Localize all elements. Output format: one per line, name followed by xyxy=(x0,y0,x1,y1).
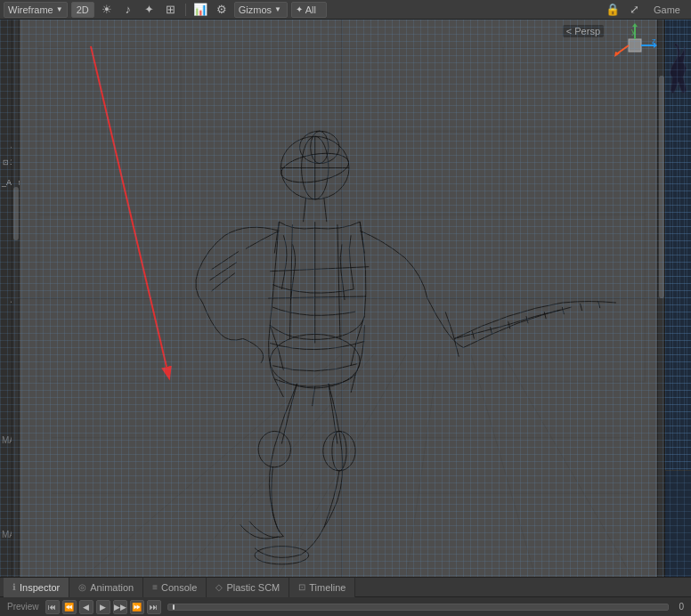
timeline-icon: ⊡ xyxy=(298,582,305,592)
preview-label: Preview xyxy=(4,602,43,612)
wireframe-label: Wireframe xyxy=(8,4,53,15)
game-view-bottom xyxy=(665,470,691,577)
lighting-icon-btn[interactable]: ☀ xyxy=(98,2,116,18)
maximize-icon-btn[interactable]: ⤢ xyxy=(625,2,643,18)
main-area: ▼ ▲ ⊡ 11 _Anim MA MA xyxy=(0,20,691,577)
tab-console[interactable]: ≡ Console xyxy=(143,578,207,597)
inspector-icon: ℹ xyxy=(12,582,16,592)
game-label: Game xyxy=(646,4,687,15)
all-dropdown[interactable]: ✦ All xyxy=(291,2,327,18)
animation-icon: ◎ xyxy=(78,582,86,592)
right-game-panel xyxy=(664,20,691,577)
tab-timeline[interactable]: ⊡ Timeline xyxy=(289,578,355,597)
scene-icon-btn[interactable]: ⊞ xyxy=(162,2,180,18)
step-forward-button[interactable]: ⏩ xyxy=(130,600,144,614)
playback-bar: Preview ⏮ ⏪ ◀ ▶ ▶▶ ⏩ ⏭ 0 xyxy=(0,596,691,616)
plastic-scm-icon: ◇ xyxy=(215,582,223,592)
wireframe-dropdown[interactable]: Wireframe ▼ xyxy=(4,2,68,18)
2d-button[interactable]: 2D xyxy=(71,2,94,18)
timeline-track[interactable] xyxy=(167,604,670,611)
star-icon: ✦ xyxy=(296,4,303,14)
tab-plastic-scm[interactable]: ◇ Plastic SCM xyxy=(207,578,289,597)
time-display: 0 xyxy=(675,602,687,612)
lock-icon-btn[interactable]: 🔒 xyxy=(604,2,622,18)
divider-1 xyxy=(185,4,186,16)
step-next-button[interactable]: ▶▶ xyxy=(113,600,127,614)
step-back-button[interactable]: ⏪ xyxy=(62,600,77,614)
top-toolbar: Wireframe ▼ 2D ☀ ♪ ✦ ⊞ 📊 ⚙ Gizmos ▼ ✦ Al… xyxy=(0,0,691,20)
dropdown-arrow-icon: ▼ xyxy=(56,5,63,13)
step-prev-button[interactable]: ◀ xyxy=(79,600,93,614)
step-back-start-button[interactable]: ⏮ xyxy=(45,600,60,614)
tab-inspector[interactable]: ℹ Inspector xyxy=(4,578,69,597)
audio-icon-btn[interactable]: ♪ xyxy=(119,2,137,18)
stats-icon-btn[interactable]: 📊 xyxy=(191,2,209,18)
settings-icon-btn[interactable]: ⚙ xyxy=(213,2,231,18)
gizmos-dropdown[interactable]: Gizmos ▼ xyxy=(234,2,288,18)
console-icon: ≡ xyxy=(152,582,158,592)
fx-icon-btn[interactable]: ✦ xyxy=(141,2,159,18)
tab-animation[interactable]: ◎ Animation xyxy=(69,578,143,597)
gizmos-arrow-icon: ▼ xyxy=(274,5,281,13)
play-button[interactable]: ▶ xyxy=(96,600,110,614)
step-end-button[interactable]: ⏭ xyxy=(147,600,161,614)
bottom-tabs-bar: ℹ Inspector ◎ Animation ≡ Console ◇ Plas… xyxy=(0,577,691,596)
